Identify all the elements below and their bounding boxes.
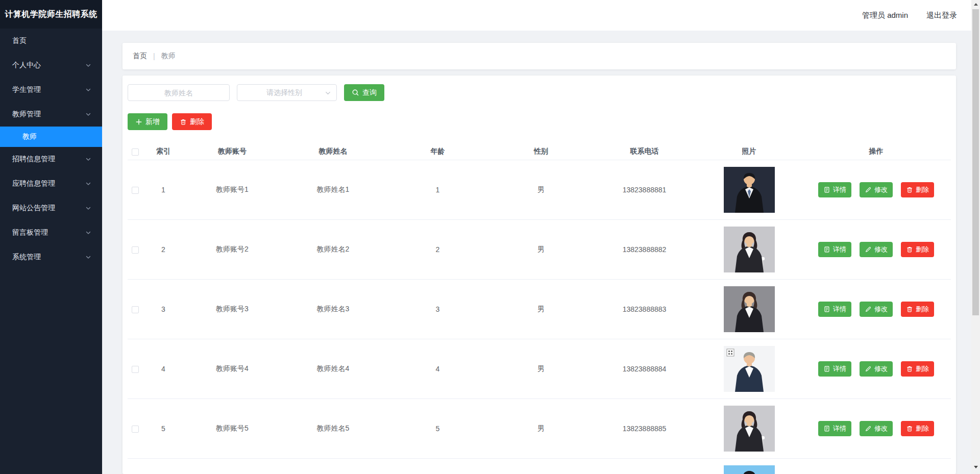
- sidebar-item-label: 招聘信息管理: [12, 155, 55, 164]
- sidebar-item-recruit-info-mgmt[interactable]: 招聘信息管理: [0, 147, 102, 171]
- plus-icon: [135, 118, 142, 126]
- sidebar-item-label: 系统管理: [12, 253, 41, 262]
- gender-select[interactable]: 请选择性别: [237, 84, 337, 101]
- row-actions: 详情 修改 删除: [801, 182, 951, 197]
- delete-button[interactable]: 删除: [901, 421, 934, 436]
- main-card: 请选择性别 查询 新增: [122, 76, 956, 474]
- row-checkbox[interactable]: [132, 426, 139, 433]
- row-checkbox[interactable]: [132, 366, 139, 373]
- cell-phone: [592, 458, 697, 474]
- sidebar-item-message-board-mgmt[interactable]: 留言板管理: [0, 220, 102, 245]
- cell-account: 教师账号4: [184, 339, 281, 398]
- select-all-checkbox[interactable]: [132, 148, 139, 156]
- batch-delete-button[interactable]: 删除: [172, 113, 212, 130]
- app-title: 计算机学院师生招聘系统: [0, 0, 102, 29]
- breadcrumb-current: 教师: [161, 52, 176, 61]
- scrollbar-thumb[interactable]: [972, 9, 979, 315]
- edit-button[interactable]: 修改: [860, 361, 893, 377]
- table-row: [128, 458, 951, 474]
- row-checkbox[interactable]: [132, 246, 139, 254]
- chevron-down-icon: [85, 180, 92, 187]
- sidebar-item-label: 个人中心: [12, 61, 41, 70]
- cell-name: 教师姓名3: [281, 279, 385, 339]
- column-header: 操作: [801, 143, 951, 160]
- search-icon: [352, 89, 359, 96]
- breadcrumb-home[interactable]: 首页: [133, 52, 147, 61]
- sidebar: 计算机学院师生招聘系统 首页个人中心学生管理教师管理教师招聘信息管理应聘信息管理…: [0, 0, 102, 474]
- sidebar-item-profile[interactable]: 个人中心: [0, 53, 102, 78]
- vertical-scrollbar[interactable]: [971, 0, 980, 474]
- scrollbar-down-arrow-icon[interactable]: [971, 463, 980, 471]
- cell-gender: [490, 458, 592, 474]
- sidebar-item-apply-info-mgmt[interactable]: 应聘信息管理: [0, 171, 102, 196]
- delete-button[interactable]: 删除: [901, 182, 934, 197]
- sidebar-subitem-teacher[interactable]: 教师: [0, 127, 102, 147]
- sidebar-item-site-notice-mgmt[interactable]: 网站公告管理: [0, 196, 102, 220]
- search-button[interactable]: 查询: [344, 84, 384, 101]
- cell-age: 5: [385, 398, 490, 458]
- add-button[interactable]: 新增: [128, 113, 167, 130]
- edit-icon: [865, 186, 872, 193]
- column-header: 性别: [490, 143, 592, 160]
- row-checkbox[interactable]: [132, 187, 139, 194]
- sidebar-item-teacher-mgmt[interactable]: 教师管理: [0, 102, 102, 127]
- current-user-label[interactable]: 管理员 admin: [862, 11, 908, 20]
- sidebar-item-system-mgmt[interactable]: 系统管理: [0, 245, 102, 269]
- cell-index: [143, 458, 184, 474]
- delete-button[interactable]: 删除: [901, 242, 934, 257]
- cell-account: 教师账号2: [184, 219, 281, 279]
- cell-age: [385, 458, 490, 474]
- cell-index: 4: [143, 339, 184, 398]
- edit-button[interactable]: 修改: [860, 421, 893, 436]
- chevron-down-icon: [85, 205, 92, 212]
- column-header: 联系电话: [592, 143, 697, 160]
- sidebar-item-student-mgmt[interactable]: 学生管理: [0, 78, 102, 102]
- cell-phone: 13823888881: [592, 160, 697, 219]
- table-row: 2 教师账号2 教师姓名2 2 男 13823888882 详情: [128, 219, 951, 279]
- document-icon: [823, 425, 830, 432]
- cell-age: 3: [385, 279, 490, 339]
- edit-button[interactable]: 修改: [860, 302, 893, 317]
- search-button-label: 查询: [362, 88, 377, 97]
- edit-button[interactable]: 修改: [860, 242, 893, 257]
- edit-icon: [865, 246, 872, 253]
- chevron-down-icon: [85, 62, 92, 69]
- table-body: 1 教师账号1 教师姓名1 1 男 13823888881 详情: [128, 160, 951, 474]
- column-header: 教师账号: [184, 143, 281, 160]
- detail-button[interactable]: 详情: [818, 421, 851, 436]
- teacher-photo: [724, 346, 775, 392]
- teacher-table: 索引教师账号教师姓名年龄性别联系电话照片操作 1 教师账号1 教师姓名1 1 男…: [128, 143, 951, 474]
- cell-gender: 男: [490, 398, 592, 458]
- detail-button[interactable]: 详情: [818, 302, 851, 317]
- scrollbar-up-arrow-icon[interactable]: [971, 0, 980, 9]
- document-icon: [823, 186, 830, 193]
- trash-icon: [180, 118, 187, 126]
- logout-link[interactable]: 退出登录: [926, 11, 957, 20]
- sidebar-item-label: 教师管理: [12, 110, 41, 119]
- chevron-down-icon: [324, 89, 332, 97]
- cell-name: 教师姓名5: [281, 398, 385, 458]
- delete-button[interactable]: 删除: [901, 361, 934, 377]
- cell-name: 教师姓名4: [281, 339, 385, 398]
- chevron-down-icon: [85, 156, 92, 163]
- cell-phone: 13823888882: [592, 219, 697, 279]
- detail-button[interactable]: 详情: [818, 242, 851, 257]
- delete-button[interactable]: 删除: [901, 302, 934, 317]
- teacher-photo: [724, 465, 775, 474]
- teacher-photo: [724, 406, 775, 452]
- column-header: 索引: [143, 143, 184, 160]
- cell-account: 教师账号1: [184, 160, 281, 219]
- sidebar-item-home[interactable]: 首页: [0, 29, 102, 53]
- row-actions: 详情 修改 删除: [801, 302, 951, 317]
- detail-button[interactable]: 详情: [818, 182, 851, 197]
- teacher-photo: [724, 286, 775, 332]
- edit-icon: [865, 365, 872, 372]
- teacher-name-input[interactable]: [128, 84, 230, 101]
- row-checkbox[interactable]: [132, 306, 139, 313]
- sidebar-item-label: 网站公告管理: [12, 204, 55, 213]
- detail-button[interactable]: 详情: [818, 361, 851, 377]
- cell-phone: 13823888883: [592, 279, 697, 339]
- edit-button[interactable]: 修改: [860, 182, 893, 197]
- trash-icon: [906, 365, 913, 372]
- document-icon: [823, 246, 830, 253]
